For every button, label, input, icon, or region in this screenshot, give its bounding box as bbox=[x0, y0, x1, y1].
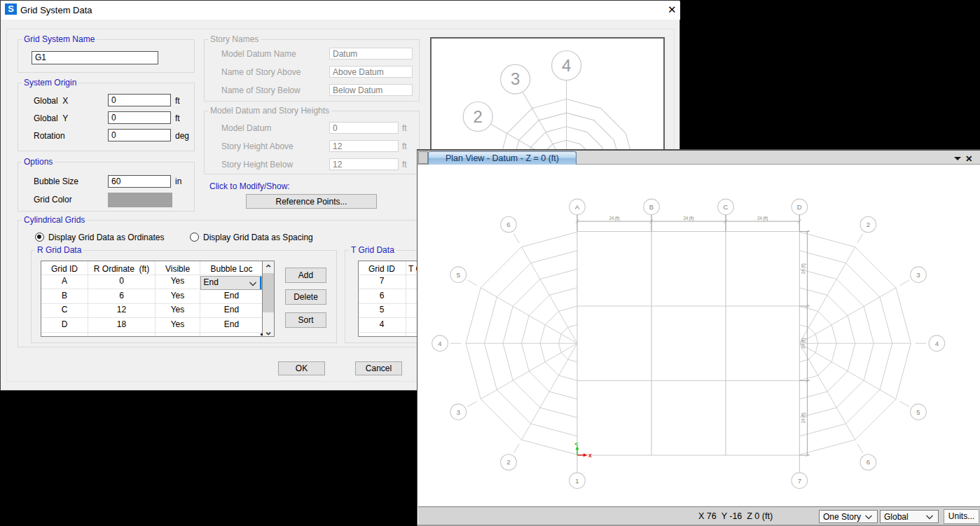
svg-text:4: 4 bbox=[438, 340, 441, 347]
svg-text:6: 6 bbox=[867, 458, 870, 466]
svg-text:3: 3 bbox=[916, 271, 920, 279]
svg-text:C: C bbox=[724, 203, 729, 211]
svg-text:1: 1 bbox=[575, 477, 579, 485]
svg-text:4: 4 bbox=[935, 340, 939, 347]
svg-text:6: 6 bbox=[506, 221, 510, 228]
svg-text:5: 5 bbox=[457, 271, 460, 279]
svg-text:24 (ft): 24 (ft) bbox=[801, 413, 806, 423]
svg-text:24 (ft): 24 (ft) bbox=[683, 216, 693, 221]
svg-text:7: 7 bbox=[798, 477, 801, 485]
svg-text:4: 4 bbox=[561, 56, 570, 75]
svg-text:5: 5 bbox=[916, 408, 920, 416]
svg-text:3: 3 bbox=[457, 408, 460, 416]
svg-text:A: A bbox=[575, 203, 580, 211]
svg-text:3: 3 bbox=[510, 69, 519, 88]
svg-text:24 (ft): 24 (ft) bbox=[801, 338, 806, 349]
svg-text:D: D bbox=[797, 203, 802, 211]
svg-text:24 (ft): 24 (ft) bbox=[801, 263, 806, 274]
svg-text:<: < bbox=[574, 441, 578, 448]
svg-text:B: B bbox=[649, 203, 654, 211]
svg-text:2: 2 bbox=[473, 107, 482, 126]
svg-text:2: 2 bbox=[867, 221, 870, 228]
svg-text:24 (ft): 24 (ft) bbox=[757, 216, 768, 221]
svg-text:x: x bbox=[588, 452, 592, 459]
svg-text:2: 2 bbox=[506, 458, 510, 466]
svg-text:24 (ft): 24 (ft) bbox=[609, 216, 619, 221]
